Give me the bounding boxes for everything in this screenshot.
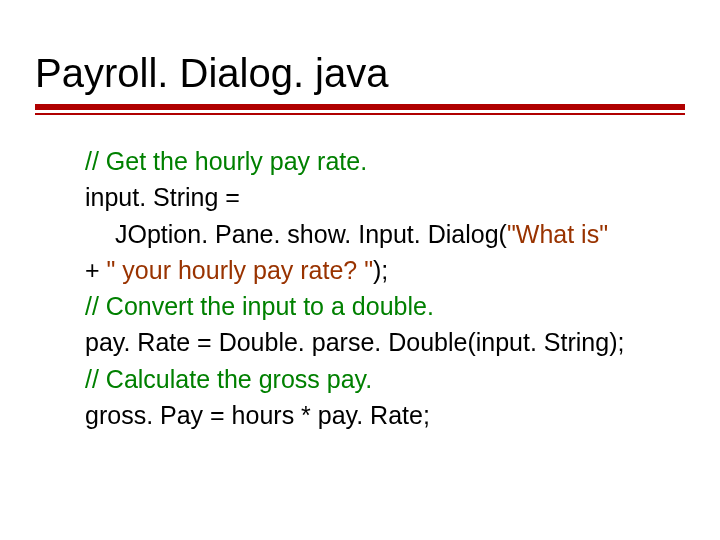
code-string: "What is" <box>507 220 608 248</box>
code-line: input. String = <box>85 183 240 211</box>
code-line-comment: // Calculate the gross pay. <box>85 365 372 393</box>
code-line-comment: // Get the hourly pay rate. <box>85 147 367 175</box>
slide-title: Payroll. Dialog. java <box>35 50 685 96</box>
code-line: ); <box>373 256 388 284</box>
title-rule-thin <box>35 113 685 115</box>
code-block: // Get the hourly pay rate. input. Strin… <box>35 143 685 433</box>
code-line: + <box>85 256 107 284</box>
code-line: JOption. Pane. show. Input. Dialog( <box>115 220 507 248</box>
code-string: " your hourly pay rate? " <box>107 256 374 284</box>
code-line: gross. Pay = hours * pay. Rate; <box>85 401 430 429</box>
code-line: pay. Rate = Double. parse. Double(input.… <box>85 328 624 356</box>
slide: Payroll. Dialog. java // Get the hourly … <box>0 0 720 540</box>
code-line-comment: // Convert the input to a double. <box>85 292 434 320</box>
title-rule-thick <box>35 104 685 110</box>
